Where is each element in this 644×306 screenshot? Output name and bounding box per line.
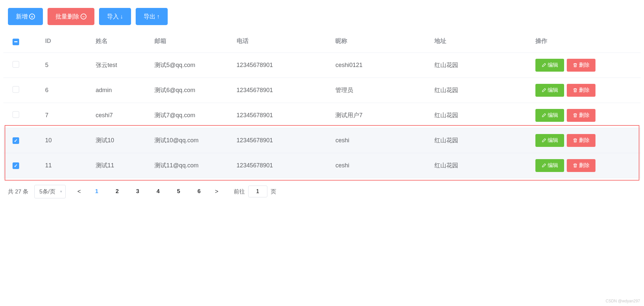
row-checkbox[interactable] [13, 162, 19, 169]
cell-phone: 12345678901 [233, 103, 332, 128]
cell-id: 5 [41, 52, 92, 78]
edit-button[interactable]: 编辑 [535, 59, 564, 72]
edit-label: 编辑 [548, 137, 558, 144]
delete-label: 删除 [579, 112, 590, 119]
delete-label: 删除 [579, 137, 590, 144]
prev-page[interactable]: < [75, 188, 84, 195]
ops-cell: 编辑 删除 [535, 109, 637, 122]
col-name: 姓名 [92, 30, 151, 52]
goto-suffix: 页 [271, 188, 276, 195]
row-checkbox[interactable] [13, 111, 19, 118]
cell-addr: 红山花园 [430, 78, 531, 103]
add-label: 新增 [16, 13, 28, 20]
goto-prefix: 前往 [234, 188, 245, 195]
col-addr: 地址 [430, 30, 531, 52]
cell-addr: 红山花园 [430, 103, 531, 128]
trash-icon [573, 87, 578, 93]
cell-phone: 12345678901 [233, 153, 332, 178]
page-number[interactable]: 4 [153, 188, 163, 195]
ops-cell: 编辑 删除 [535, 134, 637, 147]
goto-page: 前往 页 [234, 186, 276, 197]
cell-name: 测试10 [92, 128, 151, 153]
batch-delete-button[interactable]: 批量删除 − [48, 8, 94, 25]
page-number[interactable]: 6 [194, 188, 204, 195]
cell-email: 测试10@qq.com [151, 128, 233, 153]
trash-icon [573, 62, 578, 68]
cell-phone: 12345678901 [233, 128, 332, 153]
delete-label: 删除 [579, 162, 590, 169]
edit-button[interactable]: 编辑 [535, 134, 564, 147]
col-nick: 昵称 [331, 30, 430, 52]
row-checkbox[interactable] [13, 137, 19, 144]
col-id: ID [41, 30, 92, 52]
import-button[interactable]: 导入 ↓ [99, 8, 131, 25]
trash-icon [573, 137, 578, 143]
add-button[interactable]: 新增 + [8, 8, 43, 25]
page-size-select[interactable]: 5条/页 ▾ [34, 185, 65, 198]
cell-id: 7 [41, 103, 92, 128]
page-list: < 123456 > [75, 188, 221, 195]
cell-email: 测试5@qq.com [151, 52, 233, 78]
cell-id: 6 [41, 78, 92, 103]
pagination: 共 27 条 5条/页 ▾ < 123456 > 前往 页 [3, 178, 641, 205]
page-number[interactable]: 3 [132, 188, 143, 195]
cell-name: admin [92, 78, 151, 103]
select-all-checkbox[interactable] [13, 39, 19, 45]
edit-label: 编辑 [548, 87, 558, 94]
table-header-row: ID 姓名 邮箱 电话 昵称 地址 操作 [3, 30, 641, 52]
col-phone: 电话 [233, 30, 332, 52]
ops-cell: 编辑 删除 [535, 84, 637, 97]
table-container: ID 姓名 邮箱 电话 昵称 地址 操作 5张云test测试5@qq.com12… [3, 30, 641, 178]
edit-icon [541, 62, 546, 68]
cell-name: ceshi7 [92, 103, 151, 128]
cell-addr: 红山花园 [430, 52, 531, 78]
edit-label: 编辑 [548, 112, 558, 119]
delete-button[interactable]: 删除 [567, 134, 595, 147]
delete-button[interactable]: 删除 [567, 84, 595, 97]
import-label: 导入 [107, 13, 119, 20]
edit-button[interactable]: 编辑 [535, 84, 564, 97]
cell-id: 11 [41, 153, 92, 178]
page-number[interactable]: 1 [91, 188, 102, 195]
cell-phone: 12345678901 [233, 78, 332, 103]
cell-phone: 12345678901 [233, 52, 332, 78]
edit-label: 编辑 [548, 162, 558, 169]
edit-icon [541, 87, 546, 93]
batch-delete-label: 批量删除 [55, 13, 79, 20]
delete-button[interactable]: 删除 [567, 59, 595, 72]
edit-icon [541, 162, 546, 168]
cell-email: 测试7@qq.com [151, 103, 233, 128]
page-size-label: 5条/页 [39, 188, 55, 195]
table-row: 6admin测试6@qq.com12345678901管理员红山花园 编辑 删除 [3, 78, 641, 103]
row-checkbox[interactable] [13, 86, 19, 93]
data-table: ID 姓名 邮箱 电话 昵称 地址 操作 5张云test测试5@qq.com12… [3, 30, 641, 178]
table-row: 10测试10测试10@qq.com12345678901ceshi红山花园 编辑… [3, 128, 641, 153]
ops-cell: 编辑 删除 [535, 159, 637, 172]
goto-input[interactable] [248, 186, 267, 197]
cell-addr: 红山花园 [430, 128, 531, 153]
export-button[interactable]: 导出 ↑ [136, 8, 168, 25]
row-checkbox[interactable] [13, 61, 19, 68]
ops-cell: 编辑 删除 [535, 59, 637, 72]
cell-id: 10 [41, 128, 92, 153]
page-number[interactable]: 2 [112, 188, 122, 195]
edit-icon [541, 137, 546, 143]
export-label: 导出 [144, 13, 155, 20]
edit-icon [541, 112, 546, 118]
minus-circle-icon: − [81, 14, 86, 19]
delete-button[interactable]: 删除 [567, 159, 595, 172]
cell-email: 测试6@qq.com [151, 78, 233, 103]
cell-name: 张云test [92, 52, 151, 78]
trash-icon [573, 112, 578, 118]
cell-nick: ceshi [331, 128, 430, 153]
page-number[interactable]: 5 [173, 188, 184, 195]
table-row: 11测试11测试11@qq.com12345678901ceshi红山花园 编辑… [3, 153, 641, 178]
delete-label: 删除 [579, 62, 590, 69]
delete-button[interactable]: 删除 [567, 109, 595, 122]
edit-button[interactable]: 编辑 [535, 159, 564, 172]
chevron-down-icon: ▾ [60, 189, 62, 194]
total-count: 共 27 条 [8, 188, 28, 195]
edit-button[interactable]: 编辑 [535, 109, 564, 122]
cell-nick: ceshi0121 [331, 52, 430, 78]
next-page[interactable]: > [212, 188, 221, 195]
